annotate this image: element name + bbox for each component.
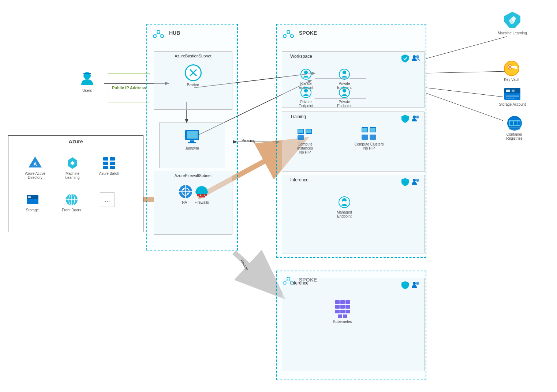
bastion-subnet-label: AzureBastionSubnet (175, 54, 211, 58)
managed-endpoint-label: Managed Endpoint (330, 210, 359, 218)
inference-shield-icon (401, 177, 410, 188)
workspace-people-icon (411, 54, 420, 65)
svg-rect-114 (515, 68, 516, 69)
svg-rect-49 (197, 194, 200, 196)
svg-rect-102 (345, 310, 350, 313)
azure-active-directory-icon: A Azure ActiveDirectory (22, 156, 48, 180)
azure-label: Azure (69, 139, 83, 144)
svg-point-65 (416, 55, 419, 58)
svg-point-73 (343, 89, 346, 93)
svg-point-75 (416, 116, 419, 118)
storage-label: Storage (22, 208, 42, 212)
svg-rect-19 (110, 157, 115, 161)
svg-rect-99 (345, 305, 350, 309)
training-people-icon (411, 114, 420, 125)
svg-point-55 (283, 35, 286, 38)
peering-label: Peering (242, 138, 255, 143)
svg-rect-121 (506, 98, 515, 99)
public-ip-label: Public IP Address (112, 86, 146, 90)
svg-rect-22 (103, 166, 108, 169)
spoke-top-label: SPOKE (299, 30, 317, 36)
svg-point-64 (413, 55, 416, 58)
workspace-box: Workspace Private Endpoint Private En (282, 51, 425, 108)
firewall-icon: Firewalls (194, 184, 209, 204)
nat-icon: NAT (178, 184, 193, 204)
svg-rect-51 (205, 194, 207, 196)
container-registries-icon: ContainerRegistries (501, 115, 528, 140)
key-vault-icon: Key Vault (501, 60, 523, 82)
svg-point-67 (304, 71, 308, 74)
more-icon: ... (100, 192, 115, 207)
svg-rect-53 (202, 196, 205, 197)
svg-point-56 (291, 35, 294, 38)
bastion-subnet-box: AzureBastionSubnet Bastion (154, 51, 232, 110)
inference-bottom-shield-icon (401, 280, 410, 291)
training-box: Training Compute InstancesNo PIP (282, 112, 425, 172)
key-vault-label: Key Vault (501, 78, 523, 82)
compute-instances-icon: Compute InstancesNo PIP (289, 127, 321, 154)
svg-rect-23 (110, 166, 115, 169)
firewalls-label: Firewalls (194, 200, 209, 204)
kubernetes-label: Kubernetes (330, 320, 355, 324)
svg-rect-78 (298, 135, 304, 140)
svg-point-54 (287, 30, 290, 33)
bastion-label: Bastion (187, 83, 199, 87)
svg-point-71 (304, 89, 308, 93)
svg-line-57 (285, 33, 288, 35)
machine-learning-right-icon: Machine Learning (498, 11, 527, 35)
svg-line-8 (426, 37, 507, 59)
ml-label: Machine Learning (60, 172, 85, 180)
front-doors-icon: Front Doors (60, 192, 83, 212)
inference-box: Inference Managed Endpoint (282, 175, 425, 253)
inference-bottom-people-icon (411, 280, 420, 291)
compute-clusters-label: Compute ClustersNo PIP (354, 142, 385, 150)
svg-rect-120 (506, 95, 519, 97)
svg-rect-124 (510, 121, 513, 125)
public-ip-box: Public IP Address (108, 73, 150, 102)
routed-label: Routed (240, 259, 249, 271)
firewall-subnet-box: AzureFirewallSubnet NAT Firewall (154, 171, 232, 235)
svg-line-7 (234, 252, 278, 293)
machine-learning-right-label: Machine Learning (498, 31, 527, 35)
svg-rect-106 (83, 73, 91, 74)
svg-rect-128 (509, 129, 520, 130)
svg-line-58 (289, 33, 291, 35)
hub-network-icon (153, 29, 164, 41)
inference-label: Inference (290, 177, 309, 182)
svg-rect-18 (103, 157, 108, 161)
compute-instances-label: Compute InstancesNo PIP (289, 142, 321, 154)
training-shield-icon (401, 114, 410, 125)
compute-clusters-icon: Compute ClustersNo PIP (354, 127, 385, 150)
users-label: Users (82, 88, 92, 93)
svg-line-10 (426, 88, 503, 97)
storage-account-label: Storage Account (498, 102, 527, 106)
storage-account-icon: Storage Account (498, 85, 527, 106)
jumpvm-label: Jumpvm (185, 146, 199, 150)
svg-rect-40 (190, 140, 194, 142)
inference-bottom-box: Inference Kubernetes (282, 278, 425, 371)
svg-rect-97 (335, 305, 340, 309)
svg-rect-126 (517, 121, 520, 125)
svg-point-48 (201, 189, 208, 195)
svg-point-88 (416, 179, 419, 182)
kubernetes-icon: Kubernetes (330, 298, 355, 324)
svg-rect-125 (514, 121, 517, 125)
svg-rect-20 (103, 162, 108, 165)
svg-point-31 (157, 30, 160, 33)
azure-section-box: Azure A Azure ActiveDirectory Machine Le… (8, 135, 143, 232)
svg-rect-96 (345, 300, 350, 304)
svg-text:A: A (33, 161, 37, 167)
bastion-icon: Bastion (185, 64, 202, 87)
svg-rect-104 (343, 314, 347, 318)
svg-line-34 (156, 33, 158, 35)
svg-rect-82 (362, 128, 367, 132)
aad-label: Azure ActiveDirectory (22, 172, 48, 180)
workspace-label: Workspace (290, 54, 312, 59)
svg-rect-127 (509, 127, 520, 128)
svg-rect-118 (506, 90, 510, 92)
svg-rect-77 (298, 129, 303, 133)
storage-icon: Storage (22, 192, 42, 212)
training-label: Training (290, 114, 306, 119)
svg-point-112 (509, 66, 511, 68)
svg-point-32 (153, 35, 156, 38)
